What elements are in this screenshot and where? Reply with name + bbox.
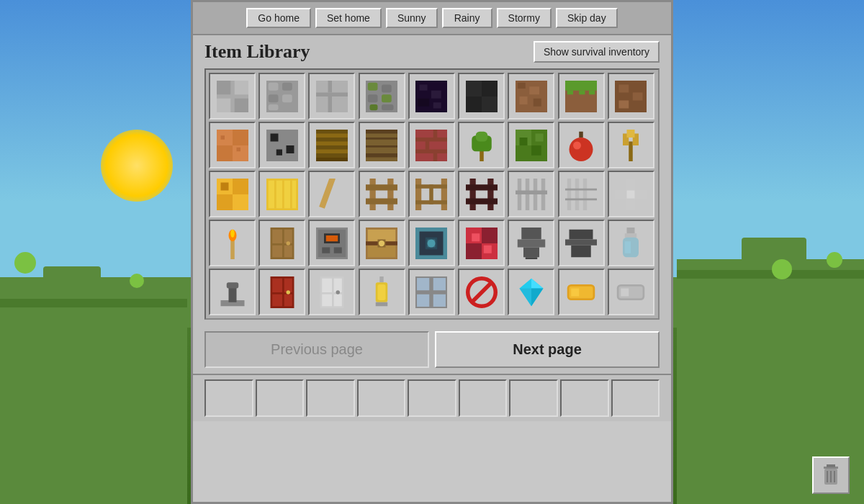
trash-button[interactable] [812, 456, 850, 494]
svg-rect-6 [268, 82, 278, 90]
svg-rect-17 [368, 82, 378, 90]
item-barrier[interactable] [458, 269, 505, 315]
item-stone[interactable] [209, 73, 256, 120]
svg-rect-14 [328, 81, 332, 93]
svg-rect-11 [282, 104, 292, 110]
item-glass-pane[interactable] [608, 171, 654, 217]
item-lantern[interactable] [359, 269, 405, 315]
hotbar-slot-4[interactable] [357, 379, 406, 417]
item-gold-ingot[interactable] [558, 269, 605, 315]
item-coarse-dirt[interactable] [608, 73, 654, 120]
svg-rect-15 [328, 96, 332, 112]
item-leaves[interactable] [508, 122, 554, 168]
hotbar-slot-8[interactable] [560, 379, 609, 417]
svg-marker-193 [519, 288, 531, 306]
item-grass-block[interactable] [558, 73, 605, 120]
item-bottle[interactable] [608, 220, 654, 266]
item-wooden-door[interactable] [258, 220, 305, 266]
svg-rect-4 [234, 81, 248, 94]
svg-rect-21 [370, 104, 378, 110]
item-crafting-cloth[interactable] [458, 220, 505, 266]
item-furnace[interactable] [308, 220, 355, 266]
item-black-block[interactable] [458, 73, 505, 120]
svg-rect-175 [322, 278, 332, 292]
stormy-button[interactable]: Stormy [497, 8, 552, 28]
svg-point-179 [336, 290, 340, 294]
item-red-sand[interactable] [209, 122, 256, 168]
item-torch[interactable] [209, 220, 256, 266]
item-white-door[interactable] [308, 269, 355, 315]
hotbar-slot-5[interactable] [408, 379, 456, 417]
item-diamond[interactable] [508, 269, 554, 315]
sunny-button[interactable]: Sunny [386, 8, 438, 28]
svg-rect-42 [619, 84, 629, 92]
skip-day-button[interactable]: Skip day [556, 8, 618, 28]
svg-rect-201 [827, 464, 835, 467]
item-nether-brick-fence[interactable] [458, 171, 505, 217]
plant-left-2 [130, 274, 144, 288]
svg-rect-64 [366, 153, 397, 158]
item-apple[interactable] [558, 122, 605, 168]
terrain-left-dark [0, 299, 187, 307]
item-bricks[interactable] [408, 122, 455, 168]
item-iron-bars-2[interactable] [558, 171, 605, 217]
hotbar-slot-1[interactable] [204, 379, 253, 417]
item-spruce-log[interactable] [359, 122, 405, 168]
rainy-button[interactable]: Rainy [442, 8, 492, 28]
item-wheat-seeds[interactable] [608, 122, 654, 168]
item-smooth-stone[interactable] [308, 73, 355, 120]
hotbar-slot-9[interactable] [611, 379, 660, 417]
item-window-4pane[interactable] [408, 269, 455, 315]
item-mob-spawner[interactable] [408, 220, 455, 266]
item-mossy-cobble[interactable] [359, 73, 405, 120]
svg-rect-40 [589, 90, 595, 94]
item-coal-ore[interactable] [258, 122, 305, 168]
item-oak-log[interactable] [308, 122, 355, 168]
item-oak-sapling[interactable] [458, 122, 505, 168]
svg-rect-13 [316, 92, 348, 96]
svg-rect-1 [217, 81, 230, 94]
svg-point-131 [286, 241, 290, 246]
item-chest[interactable] [359, 220, 405, 266]
svg-rect-205 [834, 471, 835, 482]
svg-point-148 [428, 239, 436, 247]
item-red-door[interactable] [258, 269, 305, 315]
hotbar-slot-7[interactable] [509, 379, 558, 417]
svg-rect-159 [565, 239, 597, 245]
svg-rect-204 [830, 471, 832, 482]
svg-point-173 [286, 290, 290, 294]
hotbar-slot-3[interactable] [306, 379, 355, 417]
item-anvil[interactable] [558, 220, 605, 266]
previous-page-button[interactable]: Previous page [204, 331, 429, 368]
show-inventory-button[interactable]: Show survival inventory [534, 41, 660, 63]
next-page-button[interactable]: Next page [435, 331, 660, 368]
svg-rect-167 [226, 282, 238, 288]
item-anvil-tool[interactable] [508, 220, 554, 266]
plant-right-2 [827, 252, 842, 268]
svg-rect-92 [268, 180, 274, 208]
hotbar-slot-6[interactable] [459, 379, 508, 417]
item-melon-slice[interactable] [258, 171, 305, 217]
svg-rect-19 [368, 94, 378, 102]
item-cobblestone[interactable] [258, 73, 305, 120]
item-fence[interactable] [359, 171, 405, 217]
svg-rect-98 [387, 179, 393, 210]
svg-rect-66 [415, 130, 433, 138]
svg-rect-160 [571, 245, 591, 257]
svg-rect-25 [431, 90, 441, 98]
item-fence-gate[interactable] [408, 171, 455, 217]
svg-rect-154 [521, 228, 541, 240]
go-home-button[interactable]: Go home [246, 8, 311, 28]
plant-right-1 [772, 259, 792, 279]
item-obsidian[interactable] [408, 73, 455, 120]
set-home-button[interactable]: Set home [315, 8, 382, 28]
item-stick[interactable] [308, 171, 355, 217]
item-gold-block[interactable] [209, 171, 256, 217]
hotbar-slot-2[interactable] [256, 379, 305, 417]
svg-rect-169 [272, 278, 282, 292]
item-iron-ingot[interactable] [608, 269, 654, 315]
item-dirt[interactable] [508, 73, 554, 120]
item-iron-bars[interactable] [508, 171, 554, 217]
item-lever[interactable] [209, 269, 256, 315]
svg-rect-79 [535, 133, 543, 141]
